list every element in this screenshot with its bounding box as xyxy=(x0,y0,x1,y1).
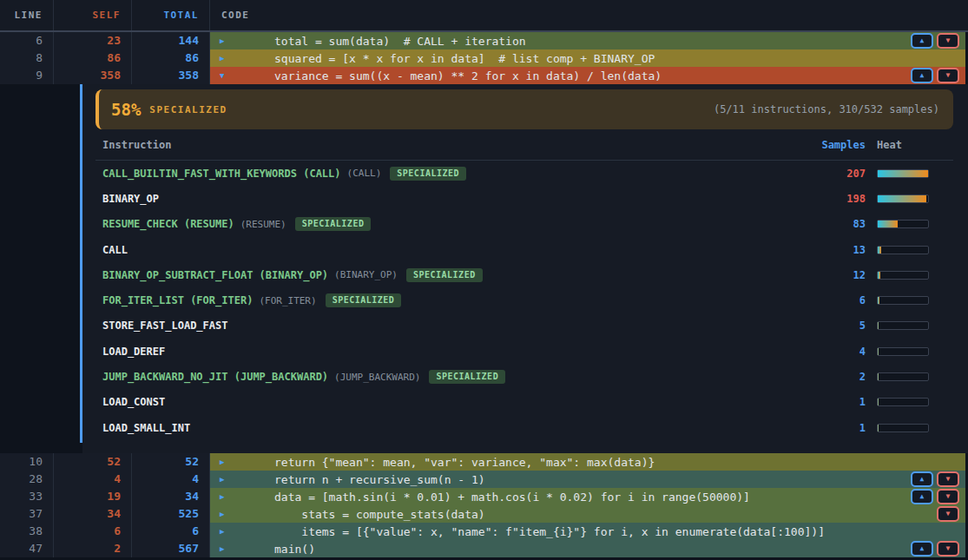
instruction-row: CALL13 xyxy=(95,237,953,262)
jump-up-button[interactable]: ▲ xyxy=(911,68,933,83)
heat-bar-fill xyxy=(878,348,879,355)
code-row: 88686▶squared = [x * x for x in data] # … xyxy=(0,49,968,67)
heat-cell xyxy=(866,424,953,432)
heat-bar xyxy=(877,296,929,305)
self-samples: 86 xyxy=(54,49,132,67)
expand-icon[interactable]: ▶ xyxy=(210,510,274,518)
heat-cell xyxy=(866,296,953,305)
heat-bar xyxy=(877,424,929,432)
code-rows-above: 623144▶total = sum(data) # CALL + iterat… xyxy=(0,32,968,84)
code-line[interactable]: ▼variance = sum((x - mean) ** 2 for x in… xyxy=(210,67,965,84)
instruction-row: RESUME_CHECK (RESUME)(RESUME)SPECIALIZED… xyxy=(95,212,953,237)
row-nav-buttons: ▲▼ xyxy=(911,471,959,487)
jump-down-button[interactable]: ▼ xyxy=(937,68,959,83)
total-samples: 6 xyxy=(132,523,210,540)
jump-down-button[interactable]: ▼ xyxy=(937,506,959,522)
self-samples: 19 xyxy=(54,488,132,505)
col-header-instruction: Instruction xyxy=(102,139,805,151)
expand-icon[interactable]: ▶ xyxy=(210,475,274,484)
code-text: variance = sum((x - mean) ** 2 for x in … xyxy=(274,69,911,82)
jump-up-button[interactable]: ▲ xyxy=(911,471,933,487)
code-row: 3866▶ items = [{"value": x, "name": f"it… xyxy=(0,523,968,540)
instruction-name: BINARY_OP_SUBTRACT_FLOAT (BINARY_OP) xyxy=(102,269,328,281)
jump-down-button[interactable]: ▼ xyxy=(937,541,959,557)
code-line[interactable]: ▶squared = [x * x for x in data] # list … xyxy=(210,49,965,67)
expand-icon[interactable]: ▶ xyxy=(210,54,274,63)
total-samples: 34 xyxy=(132,488,210,505)
heat-bar-fill xyxy=(878,195,926,202)
code-text: stats = compute_stats(data) xyxy=(274,508,937,521)
collapse-icon[interactable]: ▼ xyxy=(210,71,274,80)
heat-bar xyxy=(877,271,929,280)
instruction-name: CALL_BUILTIN_FAST_WITH_KEYWORDS (CALL) xyxy=(102,168,341,180)
expand-icon[interactable]: ▶ xyxy=(210,458,274,466)
line-number: 6 xyxy=(0,32,54,49)
total-samples: 86 xyxy=(132,49,210,67)
instruction-row: FOR_ITER_LIST (FOR_ITER)(FOR_ITER)SPECIA… xyxy=(95,287,953,313)
self-samples: 6 xyxy=(54,523,132,540)
expand-icon[interactable]: ▶ xyxy=(210,527,274,536)
code-row: 2844▶return n + recursive_sum(n - 1)▲▼ xyxy=(0,471,968,488)
code-line[interactable]: ▶ items = [{"value": x, "name": f"item_{… xyxy=(210,523,965,540)
heat-bar-fill xyxy=(878,221,898,227)
instruction-info: CALL xyxy=(102,244,805,256)
line-number: 28 xyxy=(0,471,54,488)
code-text: total = sum(data) # CALL + iteration xyxy=(274,35,911,48)
instruction-row: STORE_FAST_LOAD_FAST5 xyxy=(95,313,953,339)
heat-bar xyxy=(877,194,929,203)
line-number: 37 xyxy=(0,505,54,523)
code-text: items = [{"value": x, "name": f"item_{i}… xyxy=(274,525,959,538)
panel-gutter xyxy=(0,84,80,453)
instruction-name: LOAD_CONST xyxy=(102,396,165,408)
col-header-code: CODE xyxy=(210,0,968,30)
instruction-row: BINARY_OP198 xyxy=(95,186,953,211)
sample-count: 1 xyxy=(805,396,866,408)
code-line[interactable]: ▶total = sum(data) # CALL + iteration▲▼ xyxy=(210,32,965,49)
jump-up-button[interactable]: ▲ xyxy=(911,541,933,557)
col-header-line: LINE xyxy=(0,0,54,30)
code-line[interactable]: ▶return n + recursive_sum(n - 1)▲▼ xyxy=(210,471,965,488)
line-number: 10 xyxy=(0,453,54,471)
total-samples: 4 xyxy=(132,471,210,488)
heat-bar xyxy=(877,220,929,228)
code-text: squared = [x * x for x in data] # list c… xyxy=(274,52,959,65)
heat-cell xyxy=(866,169,953,178)
code-line[interactable]: ▶ stats = compute_stats(data)▼ xyxy=(210,505,965,523)
total-samples: 144 xyxy=(132,32,210,49)
heat-bar-fill xyxy=(878,297,879,304)
code-row: 331934▶data = [math.sin(i * 0.01) + math… xyxy=(0,488,968,505)
profiler-view: LINE SELF TOTAL CODE 623144▶total = sum(… xyxy=(0,0,968,560)
row-nav-buttons: ▲▼ xyxy=(911,33,959,49)
heat-cell xyxy=(866,194,953,203)
instruction-row: JUMP_BACKWARD_NO_JIT (JUMP_BACKWARD)(JUM… xyxy=(95,364,953,389)
self-samples: 358 xyxy=(54,67,132,84)
specialized-detail: (5/11 instructions, 310/532 samples) xyxy=(714,103,939,115)
instruction-info: JUMP_BACKWARD_NO_JIT (JUMP_BACKWARD)(JUM… xyxy=(102,370,805,384)
line-number: 9 xyxy=(0,67,54,84)
specialized-badge: SPECIALIZED xyxy=(406,268,483,282)
code-line[interactable]: ▶main()▲▼ xyxy=(210,540,965,557)
expand-icon[interactable]: ▶ xyxy=(210,492,274,501)
heat-bar xyxy=(877,398,929,406)
code-line[interactable]: ▶data = [math.sin(i * 0.01) + math.cos(i… xyxy=(210,488,965,505)
base-opcode: (RESUME) xyxy=(240,219,286,230)
total-samples: 525 xyxy=(132,505,210,523)
jump-down-button[interactable]: ▼ xyxy=(937,33,959,49)
code-row: 3734525▶ stats = compute_stats(data)▼ xyxy=(0,505,968,523)
heat-bar xyxy=(877,169,929,178)
line-number: 8 xyxy=(0,49,54,67)
jump-down-button[interactable]: ▼ xyxy=(937,471,959,487)
jump-up-button[interactable]: ▲ xyxy=(911,489,933,504)
jump-up-button[interactable]: ▲ xyxy=(911,33,933,49)
specialized-badge: SPECIALIZED xyxy=(429,370,505,384)
line-number: 47 xyxy=(0,540,54,557)
instruction-name: LOAD_SMALL_INT xyxy=(102,422,190,434)
expand-icon[interactable]: ▶ xyxy=(210,36,274,45)
instruction-row: LOAD_SMALL_INT1 xyxy=(95,415,953,440)
expand-icon[interactable]: ▶ xyxy=(210,544,274,553)
code-text: return n + recursive_sum(n - 1) xyxy=(274,473,911,486)
table-header: LINE SELF TOTAL CODE xyxy=(0,0,968,32)
jump-down-button[interactable]: ▼ xyxy=(937,489,959,504)
heat-bar xyxy=(877,246,929,254)
code-line[interactable]: ▶return {"mean": mean, "var": variance, … xyxy=(210,453,965,471)
